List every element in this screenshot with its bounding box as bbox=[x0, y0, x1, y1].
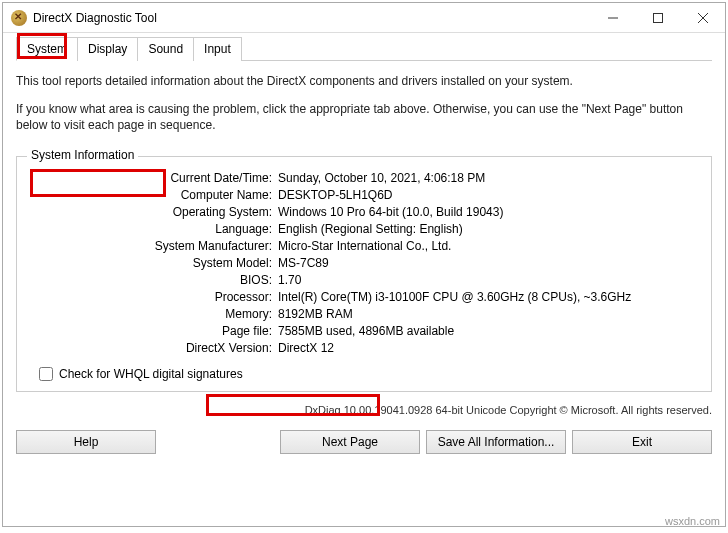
next-page-button[interactable]: Next Page bbox=[280, 430, 420, 454]
value-computer-name: DESKTOP-5LH1Q6D bbox=[278, 188, 695, 202]
window-controls bbox=[590, 3, 725, 32]
maximize-button[interactable] bbox=[635, 3, 680, 32]
footer-text: DxDiag 10.00.19041.0928 64-bit Unicode C… bbox=[16, 404, 712, 416]
intro-para-1: This tool reports detailed information a… bbox=[16, 73, 712, 89]
svg-rect-1 bbox=[653, 13, 662, 22]
spacer bbox=[162, 430, 274, 454]
tab-system[interactable]: System bbox=[16, 37, 78, 61]
value-model: MS-7C89 bbox=[278, 256, 695, 270]
label-bios: BIOS: bbox=[33, 273, 278, 287]
label-memory: Memory: bbox=[33, 307, 278, 321]
label-date: Current Date/Time: bbox=[33, 171, 278, 185]
value-page-file: 7585MB used, 4896MB available bbox=[278, 324, 695, 338]
value-date: Sunday, October 10, 2021, 4:06:18 PM bbox=[278, 171, 695, 185]
tab-strip: System Display Sound Input bbox=[16, 36, 712, 60]
save-all-button[interactable]: Save All Information... bbox=[426, 430, 566, 454]
exit-button[interactable]: Exit bbox=[572, 430, 712, 454]
help-button[interactable]: Help bbox=[16, 430, 156, 454]
whql-row: Check for WHQL digital signatures bbox=[39, 367, 695, 381]
label-page-file: Page file: bbox=[33, 324, 278, 338]
tab-display[interactable]: Display bbox=[77, 37, 138, 61]
info-grid: Current Date/Time:Sunday, October 10, 20… bbox=[33, 171, 695, 355]
button-row: Help Next Page Save All Information... E… bbox=[16, 430, 712, 454]
tab-input[interactable]: Input bbox=[193, 37, 242, 61]
content-area: System Display Sound Input This tool rep… bbox=[3, 33, 725, 526]
tab-sound[interactable]: Sound bbox=[137, 37, 194, 61]
value-memory: 8192MB RAM bbox=[278, 307, 695, 321]
value-directx-version: DirectX 12 bbox=[278, 341, 695, 355]
titlebar: DirectX Diagnostic Tool bbox=[3, 3, 725, 33]
intro-para-2: If you know what area is causing the pro… bbox=[16, 101, 712, 133]
group-title: System Information bbox=[27, 148, 138, 162]
value-processor: Intel(R) Core(TM) i3-10100F CPU @ 3.60GH… bbox=[278, 290, 695, 304]
minimize-button[interactable] bbox=[590, 3, 635, 32]
value-manufacturer: Micro-Star International Co., Ltd. bbox=[278, 239, 695, 253]
watermark: wsxdn.com bbox=[665, 515, 720, 527]
whql-label: Check for WHQL digital signatures bbox=[59, 367, 243, 381]
app-icon bbox=[11, 10, 27, 26]
label-computer-name: Computer Name: bbox=[33, 188, 278, 202]
value-language: English (Regional Setting: English) bbox=[278, 222, 695, 236]
label-manufacturer: System Manufacturer: bbox=[33, 239, 278, 253]
label-os: Operating System: bbox=[33, 205, 278, 219]
main-window: DirectX Diagnostic Tool System Display S… bbox=[2, 2, 726, 527]
value-os: Windows 10 Pro 64-bit (10.0, Build 19043… bbox=[278, 205, 695, 219]
window-title: DirectX Diagnostic Tool bbox=[33, 11, 590, 25]
label-directx-version: DirectX Version: bbox=[33, 341, 278, 355]
close-button[interactable] bbox=[680, 3, 725, 32]
system-information-group: System Information Current Date/Time:Sun… bbox=[16, 156, 712, 392]
label-processor: Processor: bbox=[33, 290, 278, 304]
whql-checkbox[interactable] bbox=[39, 367, 53, 381]
value-bios: 1.70 bbox=[278, 273, 695, 287]
label-model: System Model: bbox=[33, 256, 278, 270]
label-language: Language: bbox=[33, 222, 278, 236]
